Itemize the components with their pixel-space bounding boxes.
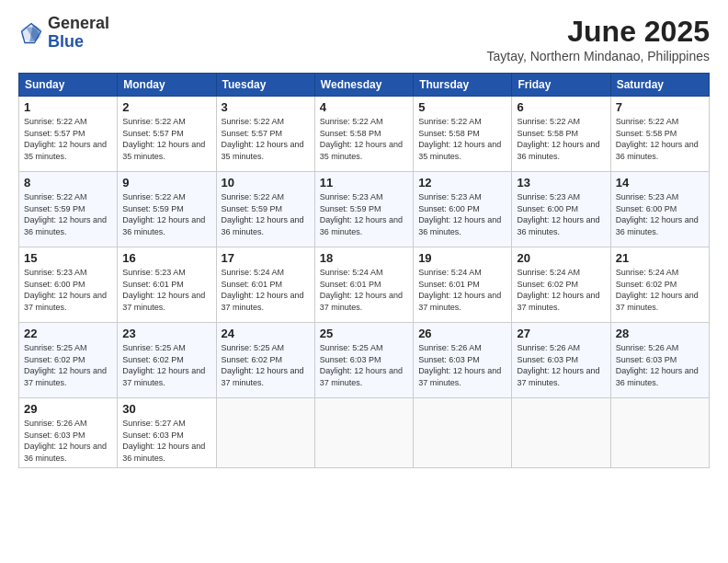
day-info: Sunrise: 5:23 AMSunset: 6:00 PMDaylight:… — [418, 192, 501, 236]
table-row: 22 Sunrise: 5:25 AMSunset: 6:02 PMDaylig… — [19, 323, 118, 398]
day-number: 13 — [517, 176, 605, 190]
location: Taytay, Northern Mindanao, Philippines — [486, 49, 710, 63]
table-row: 12 Sunrise: 5:23 AMSunset: 6:00 PMDaylig… — [414, 172, 512, 247]
day-info: Sunrise: 5:23 AMSunset: 5:59 PMDaylight:… — [320, 192, 403, 236]
day-info: Sunrise: 5:25 AMSunset: 6:02 PMDaylight:… — [122, 343, 205, 387]
col-monday: Monday — [118, 74, 216, 97]
table-row: 7 Sunrise: 5:22 AMSunset: 5:58 PMDayligh… — [610, 97, 709, 172]
day-number: 8 — [24, 176, 112, 190]
table-row: 3 Sunrise: 5:22 AMSunset: 5:57 PMDayligh… — [216, 97, 314, 172]
day-info: Sunrise: 5:22 AMSunset: 5:58 PMDaylight:… — [616, 117, 699, 161]
day-number: 10 — [222, 176, 310, 190]
table-row: 11 Sunrise: 5:23 AMSunset: 5:59 PMDaylig… — [314, 172, 413, 247]
day-number: 15 — [24, 251, 112, 265]
header-row: Sunday Monday Tuesday Wednesday Thursday… — [19, 74, 710, 97]
table-row: 14 Sunrise: 5:23 AMSunset: 6:00 PMDaylig… — [610, 172, 709, 247]
day-number: 17 — [222, 251, 310, 265]
day-number: 28 — [616, 327, 704, 340]
day-info: Sunrise: 5:26 AMSunset: 6:03 PMDaylight:… — [418, 343, 501, 387]
table-row — [414, 398, 512, 468]
day-info: Sunrise: 5:22 AMSunset: 5:59 PMDaylight:… — [24, 192, 107, 236]
header: General Blue June 2025 Taytay, Northern … — [18, 15, 710, 63]
col-sunday: Sunday — [19, 74, 118, 97]
day-number: 2 — [122, 100, 210, 114]
day-number: 3 — [222, 100, 310, 114]
table-row: 25 Sunrise: 5:25 AMSunset: 6:03 PMDaylig… — [314, 323, 413, 398]
day-number: 11 — [320, 176, 408, 190]
table-row — [610, 398, 709, 468]
col-saturday: Saturday — [610, 74, 709, 97]
day-number: 19 — [418, 251, 506, 265]
day-info: Sunrise: 5:23 AMSunset: 6:01 PMDaylight:… — [122, 268, 205, 312]
day-info: Sunrise: 5:24 AMSunset: 6:02 PMDaylight:… — [616, 268, 699, 312]
day-number: 5 — [418, 100, 506, 114]
day-number: 30 — [122, 402, 210, 416]
col-wednesday: Wednesday — [314, 74, 413, 97]
day-info: Sunrise: 5:23 AMSunset: 6:00 PMDaylight:… — [24, 268, 107, 312]
table-row: 23 Sunrise: 5:25 AMSunset: 6:02 PMDaylig… — [118, 323, 216, 398]
table-row: 15 Sunrise: 5:23 AMSunset: 6:00 PMDaylig… — [19, 247, 118, 323]
table-row — [512, 398, 610, 468]
col-thursday: Thursday — [414, 74, 512, 97]
day-number: 12 — [418, 176, 506, 190]
day-info: Sunrise: 5:26 AMSunset: 6:03 PMDaylight:… — [616, 343, 699, 387]
day-info: Sunrise: 5:23 AMSunset: 6:00 PMDaylight:… — [616, 192, 699, 236]
day-info: Sunrise: 5:27 AMSunset: 6:03 PMDaylight:… — [122, 419, 205, 463]
day-number: 4 — [320, 100, 408, 114]
table-row: 8 Sunrise: 5:22 AMSunset: 5:59 PMDayligh… — [19, 172, 118, 247]
day-number: 21 — [616, 251, 704, 265]
day-number: 14 — [616, 176, 704, 190]
table-row: 29 Sunrise: 5:26 AMSunset: 6:03 PMDaylig… — [19, 398, 118, 468]
table-row: 30 Sunrise: 5:27 AMSunset: 6:03 PMDaylig… — [118, 398, 216, 468]
day-info: Sunrise: 5:22 AMSunset: 5:59 PMDaylight:… — [222, 192, 304, 236]
day-info: Sunrise: 5:25 AMSunset: 6:02 PMDaylight:… — [222, 343, 304, 387]
day-info: Sunrise: 5:25 AMSunset: 6:03 PMDaylight:… — [320, 343, 403, 387]
day-info: Sunrise: 5:22 AMSunset: 5:57 PMDaylight:… — [222, 117, 304, 161]
table-row: 28 Sunrise: 5:26 AMSunset: 6:03 PMDaylig… — [610, 323, 709, 398]
table-row — [216, 398, 314, 468]
table-row: 21 Sunrise: 5:24 AMSunset: 6:02 PMDaylig… — [610, 247, 709, 323]
table-row: 9 Sunrise: 5:22 AMSunset: 5:59 PMDayligh… — [118, 172, 216, 247]
table-row: 4 Sunrise: 5:22 AMSunset: 5:58 PMDayligh… — [314, 97, 413, 172]
table-row: 18 Sunrise: 5:24 AMSunset: 6:01 PMDaylig… — [314, 247, 413, 323]
calendar-table: Sunday Monday Tuesday Wednesday Thursday… — [18, 73, 710, 468]
title-block: June 2025 Taytay, Northern Mindanao, Phi… — [486, 15, 710, 63]
logo: General Blue — [18, 15, 109, 52]
day-info: Sunrise: 5:22 AMSunset: 5:57 PMDaylight:… — [122, 117, 205, 161]
day-number: 26 — [418, 327, 506, 340]
day-info: Sunrise: 5:24 AMSunset: 6:02 PMDaylight:… — [517, 268, 599, 312]
col-tuesday: Tuesday — [216, 74, 314, 97]
table-row: 26 Sunrise: 5:26 AMSunset: 6:03 PMDaylig… — [414, 323, 512, 398]
day-number: 23 — [122, 327, 210, 340]
table-row: 2 Sunrise: 5:22 AMSunset: 5:57 PMDayligh… — [118, 97, 216, 172]
day-number: 25 — [320, 327, 408, 340]
day-number: 20 — [517, 251, 605, 265]
table-row: 27 Sunrise: 5:26 AMSunset: 6:03 PMDaylig… — [512, 323, 610, 398]
table-row: 5 Sunrise: 5:22 AMSunset: 5:58 PMDayligh… — [414, 97, 512, 172]
day-number: 16 — [122, 251, 210, 265]
page: General Blue June 2025 Taytay, Northern … — [0, 0, 728, 563]
logo-general: General — [48, 14, 109, 32]
day-info: Sunrise: 5:26 AMSunset: 6:03 PMDaylight:… — [517, 343, 599, 387]
logo-icon — [18, 20, 44, 46]
table-row: 20 Sunrise: 5:24 AMSunset: 6:02 PMDaylig… — [512, 247, 610, 323]
month-year: June 2025 — [486, 15, 710, 49]
day-number: 29 — [24, 402, 112, 416]
day-number: 6 — [517, 100, 605, 114]
table-row: 13 Sunrise: 5:23 AMSunset: 6:00 PMDaylig… — [512, 172, 610, 247]
day-info: Sunrise: 5:23 AMSunset: 6:00 PMDaylight:… — [517, 192, 599, 236]
table-row: 16 Sunrise: 5:23 AMSunset: 6:01 PMDaylig… — [118, 247, 216, 323]
table-row: 1 Sunrise: 5:22 AMSunset: 5:57 PMDayligh… — [19, 97, 118, 172]
day-number: 22 — [24, 327, 112, 340]
day-info: Sunrise: 5:24 AMSunset: 6:01 PMDaylight:… — [418, 268, 501, 312]
day-info: Sunrise: 5:24 AMSunset: 6:01 PMDaylight:… — [320, 268, 403, 312]
day-number: 24 — [222, 327, 310, 340]
logo-blue: Blue — [48, 32, 84, 51]
table-row: 6 Sunrise: 5:22 AMSunset: 5:58 PMDayligh… — [512, 97, 610, 172]
day-number: 9 — [122, 176, 210, 190]
day-info: Sunrise: 5:25 AMSunset: 6:02 PMDaylight:… — [24, 343, 107, 387]
day-number: 1 — [24, 100, 112, 114]
col-friday: Friday — [512, 74, 610, 97]
day-info: Sunrise: 5:26 AMSunset: 6:03 PMDaylight:… — [24, 419, 107, 463]
day-number: 7 — [616, 100, 704, 114]
